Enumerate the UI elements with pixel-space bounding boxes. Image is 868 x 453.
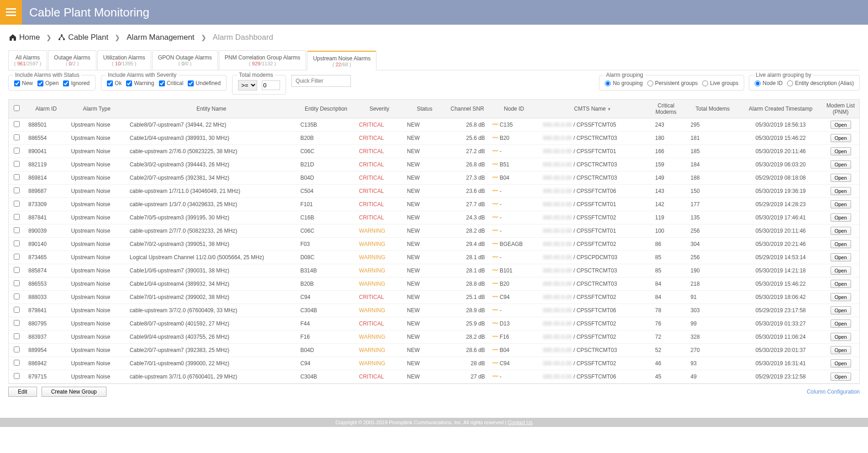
table-row[interactable]: 889687 Upstream Noise cable-upstream 1/7… <box>9 185 859 198</box>
row-checkbox[interactable] <box>14 201 20 207</box>
open-button[interactable]: Open <box>831 121 851 129</box>
tab-utilization-alarms[interactable]: Utilization Alarms( 10/1395 ) <box>97 50 151 70</box>
row-checkbox[interactable] <box>14 293 20 299</box>
row-checkbox[interactable] <box>14 148 20 154</box>
open-button[interactable]: Open <box>831 240 851 248</box>
quick-filter-input[interactable] <box>291 75 351 87</box>
row-checkbox[interactable] <box>14 134 20 140</box>
open-button[interactable]: Open <box>831 147 851 155</box>
col-channel-snr[interactable]: Channel SNR <box>446 100 488 118</box>
sev-ok-checkbox[interactable]: Ok <box>107 80 122 86</box>
col-alarm-id[interactable]: Alarm ID <box>25 100 67 118</box>
open-button[interactable]: Open <box>831 200 851 208</box>
open-button[interactable]: Open <box>831 266 851 275</box>
table-row[interactable]: 889954 Upstream Noise Cable2/0/7-upstrea… <box>9 344 859 357</box>
open-button[interactable]: Open <box>831 160 851 169</box>
table-row[interactable]: 888033 Upstream Noise Cable7/0/1-upstrea… <box>9 291 859 304</box>
status-ignored-checkbox[interactable]: Ignored <box>63 80 90 86</box>
table-row[interactable]: 890140 Upstream Noise Cable7/0/2-upstrea… <box>9 238 859 251</box>
row-checkbox[interactable] <box>14 280 20 286</box>
table-row[interactable]: 879715 Upstream Noise cable-upstream 3/7… <box>9 370 859 384</box>
row-checkbox[interactable] <box>14 320 20 326</box>
status-new-checkbox[interactable]: New <box>14 80 33 86</box>
col-alarm-type[interactable]: Alarm Type <box>67 100 126 118</box>
open-button[interactable]: Open <box>831 187 851 195</box>
col-entity-name[interactable]: Entity Name <box>126 100 297 118</box>
breadcrumb-alarm-mgmt[interactable]: Alarm Management <box>127 33 194 42</box>
row-checkbox[interactable] <box>14 346 20 352</box>
row-checkbox[interactable] <box>14 373 20 379</box>
col-checkbox[interactable] <box>9 100 25 118</box>
table-row[interactable]: 879841 Upstream Noise cable-upstream 3/7… <box>9 304 859 317</box>
row-checkbox[interactable] <box>14 161 20 167</box>
row-checkbox[interactable] <box>14 307 20 313</box>
open-button[interactable]: Open <box>831 227 851 235</box>
col-timestamp[interactable]: Alarm Created Timestamp <box>739 100 822 118</box>
sev-undefined-checkbox[interactable]: Undefined <box>188 80 221 86</box>
sev-warning-checkbox[interactable]: Warning <box>126 80 154 86</box>
table-row[interactable]: 888501 Upstream Noise Cable8/0/7-upstrea… <box>9 118 859 132</box>
row-checkbox[interactable] <box>14 333 20 339</box>
row-checkbox[interactable] <box>14 254 20 260</box>
row-checkbox[interactable] <box>14 214 20 220</box>
col-status[interactable]: Status <box>403 100 446 118</box>
contact-link[interactable]: Contact Us <box>508 420 532 425</box>
live-entity-radio[interactable]: Entity description (Alias) <box>787 80 854 86</box>
breadcrumb-cable-plant[interactable]: Cable Plant <box>58 33 108 42</box>
open-button[interactable]: Open <box>831 134 851 142</box>
breadcrumb-home[interactable]: Home <box>9 33 40 42</box>
create-group-button[interactable]: Create New Group <box>42 387 106 397</box>
row-checkbox[interactable] <box>14 174 20 180</box>
table-row[interactable]: 880795 Upstream Noise Cable8/0/7-upstrea… <box>9 317 859 330</box>
row-checkbox[interactable] <box>14 187 20 193</box>
col-entity-desc[interactable]: Entity Description <box>296 100 355 118</box>
table-row[interactable]: 890039 Upstream Noise cable-upstream 2/7… <box>9 224 859 238</box>
open-button[interactable]: Open <box>831 346 851 354</box>
column-config-link[interactable]: Column Configuration <box>807 389 860 395</box>
tab-all-alarms[interactable]: All Alarms( 961/2597 ) <box>8 50 47 70</box>
col-cmts-name[interactable]: CMTS Name▼ <box>540 100 646 118</box>
col-node-id[interactable]: Node ID <box>489 100 540 118</box>
row-checkbox[interactable] <box>14 267 20 273</box>
table-row[interactable]: 882119 Upstream Noise Cable3/0/2-upstrea… <box>9 158 859 171</box>
grouping-live-radio[interactable]: Live groups <box>702 80 738 86</box>
open-button[interactable]: Open <box>831 320 851 328</box>
col-modem-list[interactable]: Modem List (PNM) <box>822 100 859 118</box>
open-button[interactable]: Open <box>831 359 851 368</box>
row-checkbox[interactable] <box>14 227 20 233</box>
table-row[interactable]: 887841 Upstream Noise Cable7/0/5-upstrea… <box>9 211 859 224</box>
total-modems-op[interactable]: >= <box>238 80 257 91</box>
open-button[interactable]: Open <box>831 253 851 261</box>
col-total-modems[interactable]: Total Modems <box>686 100 740 118</box>
tab-outage-alarms[interactable]: Outage Alarms( 0/2 ) <box>48 50 96 70</box>
tab-gpon-outage-alarms[interactable]: GPON Outage Alarms( 0/0 ) <box>152 50 218 70</box>
menu-toggle[interactable] <box>0 0 22 25</box>
edit-button[interactable]: Edit <box>8 387 37 397</box>
open-button[interactable]: Open <box>831 373 851 381</box>
status-open-checkbox[interactable]: Open <box>37 80 58 86</box>
table-row[interactable]: 883937 Upstream Noise Cable9/0/4-upstrea… <box>9 330 859 344</box>
col-severity[interactable]: Severity <box>355 100 403 118</box>
table-row[interactable]: 869814 Upstream Noise Cable2/0/7-upstrea… <box>9 171 859 185</box>
open-button[interactable]: Open <box>831 333 851 341</box>
table-row[interactable]: 890041 Upstream Noise cable-upstream 2/7… <box>9 145 859 158</box>
total-modems-value[interactable] <box>262 80 280 90</box>
open-button[interactable]: Open <box>831 280 851 288</box>
grouping-none-radio[interactable]: No grouping <box>605 80 642 86</box>
table-row[interactable]: 873465 Upstream Noise Logical Upstream C… <box>9 251 859 264</box>
open-button[interactable]: Open <box>831 213 851 222</box>
table-row[interactable]: 873309 Upstream Noise cable-upstream 1/3… <box>9 198 859 211</box>
open-button[interactable]: Open <box>831 293 851 301</box>
tab-upstream-noise-alarms[interactable]: Upstream Noise Alarms( 22/68 ) <box>307 51 376 70</box>
open-button[interactable]: Open <box>831 306 851 314</box>
table-row[interactable]: 886553 Upstream Noise Cable1/0/4-upstrea… <box>9 277 859 291</box>
row-checkbox[interactable] <box>14 240 20 246</box>
open-button[interactable]: Open <box>831 174 851 182</box>
grouping-persistent-radio[interactable]: Persistent groups <box>647 80 698 86</box>
sev-critical-checkbox[interactable]: Critical <box>159 80 184 86</box>
row-checkbox[interactable] <box>14 360 20 366</box>
table-row[interactable]: 886942 Upstream Noise Cable7/0/1-upstrea… <box>9 357 859 370</box>
col-critical-modems[interactable]: Critical Modems <box>646 100 686 118</box>
table-row[interactable]: 885874 Upstream Noise Cable1/0/6-upstrea… <box>9 264 859 277</box>
table-row[interactable]: 886554 Upstream Noise Cable1/0/4-upstrea… <box>9 132 859 145</box>
